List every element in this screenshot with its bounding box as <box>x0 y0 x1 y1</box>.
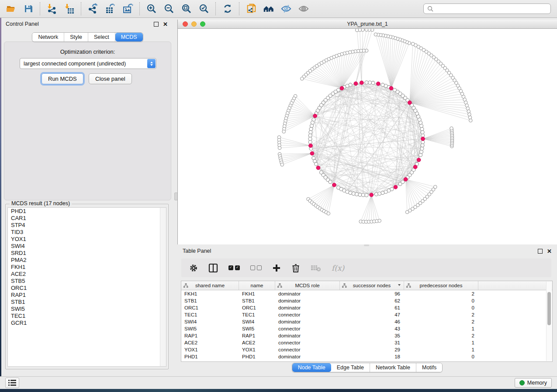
table-cell[interactable]: SWI5 <box>181 326 239 331</box>
show-graphics-details-icon[interactable] <box>298 3 309 14</box>
search-input[interactable] <box>436 5 547 12</box>
table-cell[interactable]: STB1 <box>181 298 239 303</box>
optimization-criterion-select[interactable]: largest connected component (undirected) <box>20 58 156 69</box>
zoom-out-icon[interactable] <box>163 3 175 14</box>
table-cell[interactable]: 96 <box>340 291 404 296</box>
table-cell[interactable]: connector <box>275 340 340 345</box>
table-cell[interactable]: 1 <box>404 340 478 345</box>
column-layout-icon[interactable] <box>208 263 218 273</box>
table-cell[interactable]: dominator <box>275 305 340 310</box>
import-table-icon[interactable] <box>64 3 75 14</box>
node-table[interactable]: shared namenameMCDS rolesuccessor nodesp… <box>181 281 553 362</box>
column-header-successor-nodes[interactable]: successor nodes <box>340 281 404 290</box>
float-panel-icon[interactable] <box>538 249 543 254</box>
import-network-icon[interactable] <box>46 3 58 14</box>
table-cell[interactable]: RAP1 <box>239 333 275 338</box>
table-cell[interactable]: 2 <box>404 291 478 296</box>
refresh-layout-icon[interactable] <box>222 3 233 14</box>
table-cell[interactable]: PHD1 <box>181 354 239 359</box>
network-overview-icon[interactable] <box>263 3 274 14</box>
close-panel-icon[interactable]: ✕ <box>163 21 168 27</box>
deselect-all-icon[interactable] <box>250 265 262 270</box>
mcds-list-scrollbar[interactable] <box>160 208 166 366</box>
table-cell[interactable]: YOX1 <box>239 347 275 352</box>
mcds-result-item[interactable]: ACE2 <box>8 271 166 278</box>
table-row[interactable]: YOX1YOX1connector291 <box>181 346 552 353</box>
table-cell[interactable]: 2 <box>404 319 478 324</box>
table-row[interactable]: ACE2ACE2connector311 <box>181 339 552 346</box>
mcds-result-item[interactable]: FKH1 <box>8 264 166 271</box>
status-list-button[interactable] <box>5 378 19 388</box>
export-network-icon[interactable] <box>87 3 99 14</box>
mcds-result-item[interactable]: PHD1 <box>8 208 166 215</box>
delete-column-icon[interactable] <box>291 263 300 273</box>
table-cell[interactable]: dominator <box>275 319 340 324</box>
table-cell[interactable]: dominator <box>275 291 340 296</box>
table-row[interactable]: TEC1TEC1connector472 <box>181 311 552 318</box>
float-panel-icon[interactable] <box>154 22 159 27</box>
table-row[interactable]: ORC1ORC1dominator610 <box>181 304 552 311</box>
table-cell[interactable]: STB1 <box>239 298 275 303</box>
table-cell[interactable]: SWI5 <box>239 326 275 331</box>
table-cell[interactable]: connector <box>275 312 340 317</box>
table-tab-edge-table[interactable]: Edge Table <box>331 363 370 372</box>
tab-select[interactable]: Select <box>88 33 115 41</box>
table-cell[interactable]: 1 <box>404 326 478 331</box>
column-header-mcds-role[interactable]: MCDS role <box>275 281 340 290</box>
table-cell[interactable]: ACE2 <box>181 340 239 345</box>
tab-network[interactable]: Network <box>32 33 64 41</box>
zoom-in-icon[interactable] <box>146 3 157 14</box>
table-cell[interactable]: connector <box>275 347 340 352</box>
table-cell[interactable]: 61 <box>340 305 404 310</box>
mcds-result-list[interactable]: PHD1CAR1STP4TID3YOX1SWI4SRD1PMA2FKH1ACE2… <box>7 207 166 367</box>
open-file-icon[interactable] <box>5 3 17 14</box>
table-scrollbar-thumb[interactable] <box>547 292 551 325</box>
column-header-predecessor-nodes[interactable]: predecessor nodes <box>404 281 478 290</box>
save-session-icon[interactable] <box>23 3 34 14</box>
table-cell[interactable]: 29 <box>340 347 404 352</box>
close-panel-icon[interactable]: ✕ <box>547 248 552 254</box>
close-panel-button[interactable]: Close panel <box>89 73 132 84</box>
column-header-name[interactable]: name <box>239 281 275 290</box>
mcds-result-item[interactable]: ORC1 <box>8 285 166 292</box>
mcds-result-item[interactable]: TID3 <box>8 229 166 236</box>
mcds-result-item[interactable]: SWI4 <box>8 243 166 250</box>
table-cell[interactable]: 46 <box>340 319 404 324</box>
table-scrollbar-track[interactable] <box>546 282 552 361</box>
table-cell[interactable]: connector <box>275 326 340 331</box>
export-table-icon[interactable] <box>105 3 116 14</box>
table-cell[interactable]: ORC1 <box>181 305 239 310</box>
table-settings-icon[interactable] <box>189 264 198 272</box>
search-field[interactable] <box>423 3 551 14</box>
zoom-selected-icon[interactable] <box>198 3 210 14</box>
table-cell[interactable]: FKH1 <box>239 291 275 296</box>
table-cell[interactable]: 0 <box>404 298 478 303</box>
select-all-icon[interactable] <box>228 265 240 270</box>
table-cell[interactable]: 47 <box>340 312 404 317</box>
table-cell[interactable]: TEC1 <box>239 312 275 317</box>
table-cell[interactable]: dominator <box>275 298 340 303</box>
table-cell[interactable]: FKH1 <box>181 291 239 296</box>
table-cell[interactable]: YOX1 <box>181 347 239 352</box>
table-cell[interactable]: 43 <box>340 326 404 331</box>
table-cell[interactable]: ORC1 <box>239 305 275 310</box>
table-cell[interactable]: 0 <box>404 305 478 310</box>
mcds-result-item[interactable]: STP4 <box>8 222 166 229</box>
column-header-shared-name[interactable]: shared name <box>181 281 239 290</box>
table-cell[interactable]: RAP1 <box>181 333 239 338</box>
export-image-icon[interactable] <box>122 3 134 14</box>
table-cell[interactable]: SWI4 <box>181 319 239 324</box>
network-window-titlebar[interactable]: YPA_prune.txt_1 <box>178 20 557 29</box>
network-graph[interactable] <box>178 29 557 244</box>
add-column-icon[interactable] <box>272 264 281 272</box>
table-cell[interactable]: PHD1 <box>239 354 275 359</box>
mcds-result-item[interactable]: PMA2 <box>8 257 166 264</box>
mcds-result-item[interactable]: STB5 <box>8 278 166 285</box>
zoom-fit-icon[interactable] <box>181 3 192 14</box>
table-row[interactable]: SWI4SWI4dominator462 <box>181 318 552 325</box>
run-mcds-button[interactable]: Run MCDS <box>42 73 83 84</box>
mcds-result-item[interactable]: CAR1 <box>8 215 166 222</box>
tab-style[interactable]: Style <box>64 33 88 41</box>
mcds-result-item[interactable]: STB1 <box>8 299 166 306</box>
table-row[interactable]: SWI5SWI5connector431 <box>181 325 552 332</box>
